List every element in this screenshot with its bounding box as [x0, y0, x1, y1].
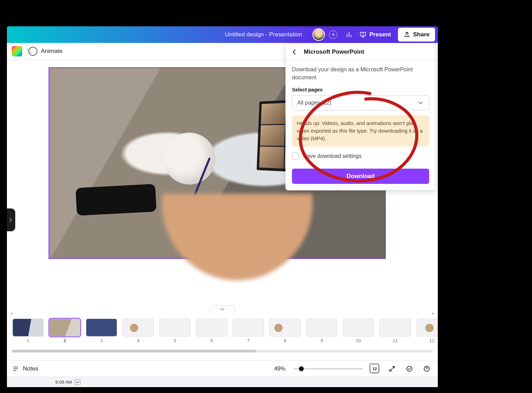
document-title[interactable]: Untitled design - Presentation	[225, 31, 302, 38]
save-settings-checkbox[interactable]	[292, 153, 299, 160]
thumbnail-page-6[interactable]: 6	[196, 319, 227, 348]
thumbnail-image[interactable]	[123, 319, 154, 337]
thumbnail-page-7[interactable]: 7	[233, 319, 264, 348]
save-settings-row[interactable]: Save download settings	[292, 153, 429, 160]
photo-hand	[150, 194, 325, 293]
thumbnail-image[interactable]	[233, 319, 264, 337]
thumbnail-image[interactable]	[269, 319, 301, 337]
grid-view-button[interactable]: 12	[369, 363, 380, 374]
thumbnail-page-11[interactable]: 11	[380, 319, 411, 348]
thumbnail-image[interactable]	[12, 319, 44, 337]
svg-point-3	[427, 370, 427, 370]
select-pages-value: All pages (12)	[297, 100, 331, 106]
status-bar: Notes 49% 12	[7, 360, 438, 377]
notes-icon	[12, 365, 19, 372]
thumbnail-image[interactable]	[159, 319, 190, 337]
upload-icon	[404, 31, 410, 38]
taskbar-dropdown-icon[interactable]	[75, 379, 80, 385]
select-pages-dropdown[interactable]: All pages (12)	[292, 95, 429, 110]
notes-button[interactable]: Notes	[12, 365, 38, 372]
zoom-slider[interactable]	[294, 368, 363, 369]
taskbar-time: 9:08 AM	[55, 379, 72, 385]
thumbnail-number: 11	[393, 338, 398, 343]
thumbnail-number: 7	[247, 338, 249, 343]
header-bar: Untitled design - Presentation + Present…	[7, 26, 438, 43]
chevron-right-icon	[7, 216, 14, 223]
chevron-down-icon	[417, 99, 424, 106]
background-color-button[interactable]	[12, 46, 22, 56]
sidepanel-expand-button[interactable]	[7, 208, 15, 231]
thumbnail-scrollbar[interactable]	[12, 350, 433, 355]
thumbnail-number: 6	[210, 338, 213, 343]
scroll-right-icon[interactable]: ▸	[431, 311, 436, 315]
thumbnail-page-4[interactable]: 4	[123, 319, 154, 348]
checkmark-button[interactable]	[404, 363, 415, 374]
thumbnail-image[interactable]	[306, 319, 337, 337]
thumbnail-image[interactable]	[343, 319, 374, 337]
thumbnail-page-2[interactable]: 2	[49, 319, 80, 348]
popover-title: Microsoft PowerPoint	[304, 48, 364, 55]
download-popover: Microsoft PowerPoint Download your desig…	[285, 43, 436, 190]
photo-mug	[163, 133, 215, 185]
thumbnail-image[interactable]	[380, 319, 411, 337]
thumbnail-image[interactable]	[196, 319, 227, 337]
thumbnail-image[interactable]	[416, 319, 438, 337]
animate-label: Animate	[41, 48, 62, 55]
download-button[interactable]: Download	[292, 169, 429, 184]
thumbnail-scroll-handle[interactable]	[12, 350, 256, 352]
share-label: Share	[413, 31, 429, 38]
share-button[interactable]: Share	[398, 28, 435, 42]
zoom-level[interactable]: 49%	[274, 366, 285, 372]
help-button[interactable]	[421, 363, 432, 374]
present-label: Present	[369, 31, 391, 38]
bar-chart-icon	[346, 31, 353, 38]
svg-point-1	[407, 366, 412, 371]
select-pages-label: Select pages	[292, 87, 429, 92]
thumbnail-page-9[interactable]: 9	[306, 319, 337, 348]
save-settings-label: Save download settings	[303, 153, 362, 159]
page-thumbnails: 123456789101112	[7, 316, 438, 348]
os-taskbar-slice: 9:08 AM	[7, 377, 438, 387]
thumbnail-image[interactable]	[49, 319, 80, 337]
notes-label: Notes	[23, 365, 38, 372]
help-icon	[423, 365, 430, 372]
fullscreen-button[interactable]	[387, 363, 398, 374]
thumbnail-number: 3	[100, 338, 103, 343]
back-button[interactable]	[291, 48, 298, 56]
thumbnail-page-8[interactable]: 8	[269, 319, 301, 348]
thumbnail-number: 12	[429, 338, 434, 343]
popover-description: Download your design as a Microsoft Powe…	[292, 65, 429, 81]
thumbnail-page-10[interactable]: 10	[343, 319, 374, 348]
export-warning-banner: Heads up: Videos, audio, and animations …	[292, 115, 429, 146]
account-avatar[interactable]	[309, 28, 329, 42]
zoom-slider-handle[interactable]	[299, 366, 304, 371]
thumbnail-page-12[interactable]: 12	[416, 319, 438, 348]
thumbnail-number: 9	[320, 338, 323, 343]
app-window: ▴ ▾ Untitled design - Presentation + Pre…	[7, 26, 438, 377]
animate-button[interactable]: Animate	[28, 47, 62, 56]
insights-button[interactable]	[342, 28, 356, 42]
check-circle-icon	[406, 365, 413, 372]
thumbnail-number: 1	[27, 338, 29, 343]
thumbnail-number: 2	[63, 338, 66, 343]
thumbnail-page-1[interactable]: 1	[12, 319, 44, 348]
thumbnail-number: 8	[284, 338, 286, 343]
thumbnail-page-3[interactable]: 3	[86, 319, 117, 348]
present-button[interactable]: Present	[356, 28, 394, 42]
photo-phone	[76, 184, 157, 216]
thumbnail-number: 5	[174, 338, 176, 343]
thumbnail-image[interactable]	[86, 319, 117, 337]
pages-icon: 12	[370, 364, 379, 373]
thumbnail-page-5[interactable]: 5	[159, 319, 190, 348]
expand-icon	[389, 365, 396, 372]
thumbnail-number: 10	[356, 338, 361, 343]
animate-icon	[28, 47, 37, 56]
scroll-left-icon[interactable]: ◂	[9, 311, 14, 315]
thumbnail-number: 4	[137, 338, 139, 343]
presentation-icon	[360, 31, 366, 38]
popover-header: Microsoft PowerPoint	[286, 43, 435, 61]
add-member-button[interactable]: +	[329, 30, 337, 39]
canvas-h-scrollbar[interactable]: ◂ ▸	[7, 310, 438, 316]
